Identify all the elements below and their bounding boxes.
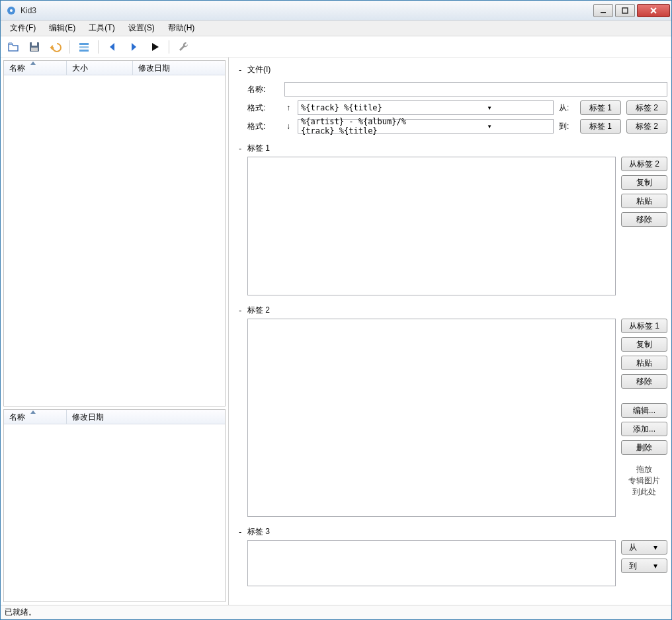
save-icon[interactable] <box>26 38 43 56</box>
toolbar-separator <box>69 40 70 54</box>
close-button[interactable] <box>637 4 670 17</box>
to-tag1-button[interactable]: 标签 1 <box>580 119 621 134</box>
tag3-from-dropdown[interactable]: 从▾ <box>621 540 667 555</box>
col-date[interactable]: 修改日期 <box>133 61 225 75</box>
name-input[interactable] <box>284 82 667 97</box>
menu-edit[interactable]: 编辑(E) <box>42 20 82 36</box>
col-date[interactable]: 修改日期 <box>67 410 225 424</box>
maximize-button[interactable] <box>615 4 635 17</box>
chevron-down-icon[interactable]: ▾ <box>425 103 553 112</box>
window-buttons <box>591 4 670 17</box>
tag2-copy-button[interactable]: 复制 <box>621 337 667 352</box>
menu-file[interactable]: 文件(F) <box>3 20 42 36</box>
toolbar-separator <box>98 40 99 54</box>
tag3-to-dropdown[interactable]: 到▾ <box>621 559 667 573</box>
col-size[interactable]: 大小 <box>67 61 133 75</box>
file-section: -文件(I) 名称: 格式: ↑ %{track} %{title}▾ 从: 标… <box>237 61 667 134</box>
from-tag2-button[interactable]: 标签 2 <box>626 100 667 115</box>
col-name[interactable]: 名称 <box>4 410 67 424</box>
up-arrow-icon: ↑ <box>284 103 292 112</box>
tag2-delete-button[interactable]: 删除 <box>621 440 667 455</box>
tag1-section: -标签 1 从标签 2 复制 粘贴 移除 <box>237 140 667 295</box>
collapse-icon: - <box>237 65 243 75</box>
tag1-paste-button[interactable]: 粘贴 <box>621 194 667 208</box>
file-section-header[interactable]: -文件(I) <box>237 61 667 78</box>
next-icon[interactable] <box>125 38 142 56</box>
right-panel: -文件(I) 名称: 格式: ↑ %{track} %{title}▾ 从: 标… <box>229 58 671 605</box>
tag2-section-header[interactable]: -标签 2 <box>237 302 667 319</box>
undo-icon[interactable] <box>47 38 64 56</box>
wrench-icon[interactable] <box>175 38 192 56</box>
tag2-section: -标签 2 从标签 1 复制 粘贴 移除 编辑... 添加... 删除 <box>237 302 667 517</box>
svg-point-1 <box>10 9 13 12</box>
dir-table-header: 名称 修改日期 <box>4 410 225 424</box>
section-title: 文件(I) <box>247 64 271 75</box>
tag1-remove-button[interactable]: 移除 <box>621 212 667 227</box>
dir-table: 名称 修改日期 <box>3 409 226 602</box>
tag1-list[interactable] <box>247 157 616 295</box>
to-tag2-button[interactable]: 标签 2 <box>626 119 667 134</box>
tag1-from-tag2-button[interactable]: 从标签 2 <box>621 157 667 171</box>
from-tag1-button[interactable]: 标签 1 <box>580 100 621 115</box>
dir-table-body[interactable] <box>4 424 225 601</box>
format-to-label: 格式: <box>247 121 279 132</box>
tag2-from-tag1-button[interactable]: 从标签 1 <box>621 319 667 333</box>
file-table-body[interactable] <box>4 75 225 406</box>
chevron-down-icon: ▾ <box>644 543 667 552</box>
collapse-icon: - <box>237 527 243 537</box>
col-name[interactable]: 名称 <box>4 61 67 75</box>
toolbar <box>1 36 671 58</box>
menubar: 文件(F) 编辑(E) 工具(T) 设置(S) 帮助(H) <box>1 20 671 36</box>
menu-help[interactable]: 帮助(H) <box>161 20 202 36</box>
from-label: 从: <box>559 102 575 114</box>
svg-rect-11 <box>79 50 89 52</box>
window-title: Kid3 <box>21 6 591 15</box>
collapse-icon: - <box>237 306 243 315</box>
format-from-label: 格式: <box>247 102 279 114</box>
album-art-dropzone[interactable]: 拖放 专辑图片 到此处 <box>621 459 667 502</box>
list-icon[interactable] <box>75 38 93 56</box>
prev-icon[interactable] <box>104 38 121 56</box>
left-panel: 名称 大小 修改日期 名称 修改日期 <box>1 58 229 605</box>
name-label: 名称: <box>247 84 279 95</box>
tag2-edit-button[interactable]: 编辑... <box>621 403 667 418</box>
open-icon[interactable] <box>5 38 22 56</box>
tag3-section-header[interactable]: -标签 3 <box>237 523 667 540</box>
statusbar: 已就绪。 <box>1 605 671 619</box>
menu-tools[interactable]: 工具(T) <box>82 20 121 36</box>
format-from-combo[interactable]: %{track} %{title}▾ <box>298 100 554 115</box>
chevron-down-icon: ▾ <box>644 561 667 570</box>
tag1-copy-button[interactable]: 复制 <box>621 175 667 190</box>
minimize-button[interactable] <box>593 4 613 17</box>
svg-rect-10 <box>79 46 89 48</box>
menu-settings[interactable]: 设置(S) <box>122 20 161 36</box>
svg-rect-3 <box>622 8 628 13</box>
tag3-section: -标签 3 从▾ 到▾ <box>237 523 667 586</box>
tag2-paste-button[interactable]: 粘贴 <box>621 356 667 370</box>
collapse-icon: - <box>237 144 243 153</box>
titlebar: Kid3 <box>1 1 671 20</box>
file-table-header: 名称 大小 修改日期 <box>4 61 225 75</box>
tag1-section-header[interactable]: -标签 1 <box>237 140 667 157</box>
status-text: 已就绪。 <box>5 607 36 618</box>
section-title: 标签 3 <box>247 526 270 537</box>
tag3-list[interactable] <box>247 540 616 586</box>
right-scroll[interactable]: -文件(I) 名称: 格式: ↑ %{track} %{title}▾ 从: 标… <box>229 58 671 605</box>
tag2-list[interactable] <box>247 319 616 517</box>
tag2-remove-button[interactable]: 移除 <box>621 374 667 389</box>
svg-rect-8 <box>31 48 38 51</box>
svg-rect-7 <box>32 42 37 46</box>
to-label: 到: <box>559 121 575 132</box>
main-content: 名称 大小 修改日期 名称 修改日期 -文件(I) 名称: <box>1 58 671 605</box>
chevron-down-icon[interactable]: ▾ <box>425 122 553 131</box>
section-title: 标签 1 <box>247 143 270 154</box>
toolbar-separator <box>169 40 169 54</box>
format-to-combo[interactable]: %{artist} - %{album}/%{track} %{title}▾ <box>298 119 554 134</box>
section-title: 标签 2 <box>247 305 270 316</box>
svg-rect-9 <box>79 43 89 45</box>
down-arrow-icon: ↓ <box>284 122 292 131</box>
play-icon[interactable] <box>146 38 163 56</box>
app-window: Kid3 文件(F) 编辑(E) 工具(T) 设置(S) 帮助(H) 名称 <box>0 0 672 620</box>
file-table: 名称 大小 修改日期 <box>3 60 226 407</box>
tag2-add-button[interactable]: 添加... <box>621 422 667 436</box>
